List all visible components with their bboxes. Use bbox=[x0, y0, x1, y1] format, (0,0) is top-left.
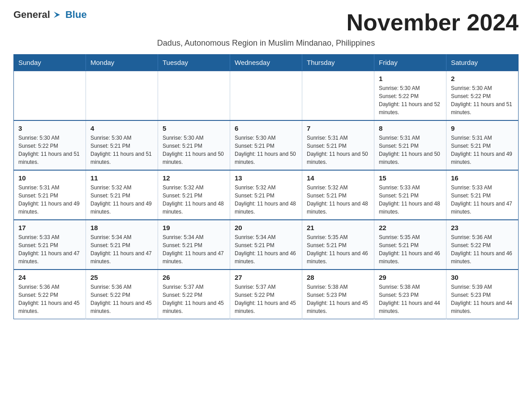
calendar-cell: 23Sunrise: 5:36 AM Sunset: 5:22 PM Dayli… bbox=[446, 220, 519, 270]
day-number: 12 bbox=[163, 174, 225, 182]
day-number: 30 bbox=[451, 274, 514, 281]
header-day-wednesday: Wednesday bbox=[230, 55, 302, 71]
calendar-cell: 3Sunrise: 5:30 AM Sunset: 5:22 PM Daylig… bbox=[14, 120, 86, 170]
day-number: 17 bbox=[18, 224, 81, 231]
day-number: 6 bbox=[235, 124, 297, 132]
calendar-cell: 27Sunrise: 5:37 AM Sunset: 5:22 PM Dayli… bbox=[230, 270, 302, 319]
day-info: Sunrise: 5:32 AM Sunset: 5:21 PM Dayligh… bbox=[307, 184, 369, 216]
calendar-week-5: 24Sunrise: 5:36 AM Sunset: 5:22 PM Dayli… bbox=[14, 270, 519, 319]
day-number: 3 bbox=[18, 124, 81, 132]
day-number: 29 bbox=[379, 274, 442, 281]
calendar-cell: 24Sunrise: 5:36 AM Sunset: 5:22 PM Dayli… bbox=[14, 270, 86, 319]
day-number: 26 bbox=[163, 274, 225, 281]
day-info: Sunrise: 5:30 AM Sunset: 5:21 PM Dayligh… bbox=[90, 134, 153, 166]
day-number: 22 bbox=[379, 224, 442, 231]
day-number: 18 bbox=[90, 224, 153, 231]
calendar-cell: 25Sunrise: 5:36 AM Sunset: 5:22 PM Dayli… bbox=[86, 270, 158, 319]
calendar-cell: 30Sunrise: 5:39 AM Sunset: 5:23 PM Dayli… bbox=[446, 270, 519, 319]
calendar-cell: 14Sunrise: 5:32 AM Sunset: 5:21 PM Dayli… bbox=[302, 170, 374, 220]
day-number: 15 bbox=[379, 174, 442, 182]
logo-text-general: General bbox=[13, 9, 50, 21]
day-info: Sunrise: 5:35 AM Sunset: 5:21 PM Dayligh… bbox=[379, 233, 442, 265]
calendar-cell: 13Sunrise: 5:32 AM Sunset: 5:21 PM Dayli… bbox=[230, 170, 302, 220]
calendar-cell: 2Sunrise: 5:30 AM Sunset: 5:22 PM Daylig… bbox=[446, 71, 519, 120]
header-day-friday: Friday bbox=[374, 55, 446, 71]
header-day-monday: Monday bbox=[86, 55, 158, 71]
svg-marker-0 bbox=[54, 12, 60, 18]
month-title: November 2024 bbox=[347, 9, 519, 36]
day-number: 2 bbox=[451, 75, 514, 82]
day-info: Sunrise: 5:30 AM Sunset: 5:21 PM Dayligh… bbox=[235, 134, 297, 166]
day-info: Sunrise: 5:30 AM Sunset: 5:22 PM Dayligh… bbox=[451, 84, 514, 116]
day-info: Sunrise: 5:33 AM Sunset: 5:21 PM Dayligh… bbox=[18, 233, 81, 265]
day-number: 4 bbox=[90, 124, 153, 132]
subtitle: Dadus, Autonomous Region in Muslim Minda… bbox=[13, 39, 519, 48]
day-number: 5 bbox=[163, 124, 225, 132]
day-info: Sunrise: 5:33 AM Sunset: 5:21 PM Dayligh… bbox=[451, 184, 514, 216]
calendar-cell: 1Sunrise: 5:30 AM Sunset: 5:22 PM Daylig… bbox=[374, 71, 446, 120]
calendar-week-4: 17Sunrise: 5:33 AM Sunset: 5:21 PM Dayli… bbox=[14, 220, 519, 270]
day-info: Sunrise: 5:34 AM Sunset: 5:21 PM Dayligh… bbox=[235, 233, 297, 265]
day-info: Sunrise: 5:34 AM Sunset: 5:21 PM Dayligh… bbox=[90, 233, 153, 265]
calendar-cell: 11Sunrise: 5:32 AM Sunset: 5:21 PM Dayli… bbox=[86, 170, 158, 220]
calendar-cell bbox=[302, 71, 374, 120]
calendar-week-3: 10Sunrise: 5:31 AM Sunset: 5:21 PM Dayli… bbox=[14, 170, 519, 220]
day-info: Sunrise: 5:30 AM Sunset: 5:22 PM Dayligh… bbox=[379, 84, 442, 116]
day-info: Sunrise: 5:31 AM Sunset: 5:21 PM Dayligh… bbox=[451, 134, 514, 166]
day-info: Sunrise: 5:32 AM Sunset: 5:21 PM Dayligh… bbox=[90, 184, 153, 216]
day-info: Sunrise: 5:31 AM Sunset: 5:21 PM Dayligh… bbox=[379, 134, 442, 166]
calendar-cell: 6Sunrise: 5:30 AM Sunset: 5:21 PM Daylig… bbox=[230, 120, 302, 170]
day-info: Sunrise: 5:35 AM Sunset: 5:21 PM Dayligh… bbox=[307, 233, 369, 265]
day-info: Sunrise: 5:34 AM Sunset: 5:21 PM Dayligh… bbox=[163, 233, 225, 265]
calendar-cell bbox=[86, 71, 158, 120]
day-info: Sunrise: 5:30 AM Sunset: 5:21 PM Dayligh… bbox=[163, 134, 225, 166]
day-number: 11 bbox=[90, 174, 153, 182]
day-number: 28 bbox=[307, 274, 369, 281]
calendar-cell: 9Sunrise: 5:31 AM Sunset: 5:21 PM Daylig… bbox=[446, 120, 519, 170]
day-number: 10 bbox=[18, 174, 81, 182]
calendar-header: SundayMondayTuesdayWednesdayThursdayFrid… bbox=[14, 55, 519, 71]
calendar-cell: 16Sunrise: 5:33 AM Sunset: 5:21 PM Dayli… bbox=[446, 170, 519, 220]
calendar-week-2: 3Sunrise: 5:30 AM Sunset: 5:22 PM Daylig… bbox=[14, 120, 519, 170]
day-info: Sunrise: 5:36 AM Sunset: 5:22 PM Dayligh… bbox=[451, 233, 514, 265]
calendar-cell: 15Sunrise: 5:33 AM Sunset: 5:21 PM Dayli… bbox=[374, 170, 446, 220]
calendar-cell: 5Sunrise: 5:30 AM Sunset: 5:21 PM Daylig… bbox=[158, 120, 230, 170]
header-day-thursday: Thursday bbox=[302, 55, 374, 71]
logo-arrow-icon bbox=[52, 10, 62, 20]
logo-text-blue: Blue bbox=[65, 9, 87, 21]
day-number: 24 bbox=[18, 274, 81, 281]
calendar-body: 1Sunrise: 5:30 AM Sunset: 5:22 PM Daylig… bbox=[14, 71, 519, 319]
calendar-cell bbox=[158, 71, 230, 120]
calendar-cell: 12Sunrise: 5:32 AM Sunset: 5:21 PM Dayli… bbox=[158, 170, 230, 220]
day-info: Sunrise: 5:31 AM Sunset: 5:21 PM Dayligh… bbox=[307, 134, 369, 166]
day-number: 16 bbox=[451, 174, 514, 182]
day-info: Sunrise: 5:32 AM Sunset: 5:21 PM Dayligh… bbox=[163, 184, 225, 216]
day-info: Sunrise: 5:33 AM Sunset: 5:21 PM Dayligh… bbox=[379, 184, 442, 216]
calendar-cell: 20Sunrise: 5:34 AM Sunset: 5:21 PM Dayli… bbox=[230, 220, 302, 270]
header-row: SundayMondayTuesdayWednesdayThursdayFrid… bbox=[14, 55, 519, 71]
day-number: 27 bbox=[235, 274, 297, 281]
day-number: 13 bbox=[235, 174, 297, 182]
header-day-saturday: Saturday bbox=[446, 55, 519, 71]
day-number: 23 bbox=[451, 224, 514, 231]
calendar-cell: 18Sunrise: 5:34 AM Sunset: 5:21 PM Dayli… bbox=[86, 220, 158, 270]
header-day-sunday: Sunday bbox=[14, 55, 86, 71]
day-number: 7 bbox=[307, 124, 369, 132]
day-info: Sunrise: 5:30 AM Sunset: 5:22 PM Dayligh… bbox=[18, 134, 81, 166]
day-info: Sunrise: 5:36 AM Sunset: 5:22 PM Dayligh… bbox=[18, 283, 81, 315]
calendar-cell: 19Sunrise: 5:34 AM Sunset: 5:21 PM Dayli… bbox=[158, 220, 230, 270]
day-info: Sunrise: 5:37 AM Sunset: 5:22 PM Dayligh… bbox=[163, 283, 225, 315]
calendar-cell: 7Sunrise: 5:31 AM Sunset: 5:21 PM Daylig… bbox=[302, 120, 374, 170]
day-number: 20 bbox=[235, 224, 297, 231]
calendar-cell: 26Sunrise: 5:37 AM Sunset: 5:22 PM Dayli… bbox=[158, 270, 230, 319]
calendar-table: SundayMondayTuesdayWednesdayThursdayFrid… bbox=[13, 54, 519, 319]
calendar-week-1: 1Sunrise: 5:30 AM Sunset: 5:22 PM Daylig… bbox=[14, 71, 519, 120]
day-number: 9 bbox=[451, 124, 514, 132]
day-info: Sunrise: 5:38 AM Sunset: 5:23 PM Dayligh… bbox=[379, 283, 442, 315]
day-number: 1 bbox=[379, 75, 442, 82]
calendar-cell: 10Sunrise: 5:31 AM Sunset: 5:21 PM Dayli… bbox=[14, 170, 86, 220]
day-info: Sunrise: 5:31 AM Sunset: 5:21 PM Dayligh… bbox=[18, 184, 81, 216]
calendar-cell: 22Sunrise: 5:35 AM Sunset: 5:21 PM Dayli… bbox=[374, 220, 446, 270]
calendar-cell bbox=[230, 71, 302, 120]
day-number: 14 bbox=[307, 174, 369, 182]
